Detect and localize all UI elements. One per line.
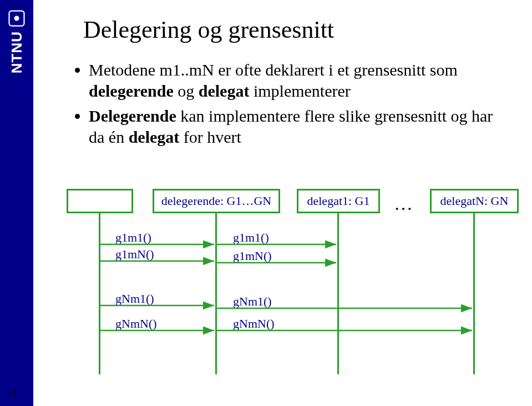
- bullet-text: Metodene m1..mN er ofte deklarert i et g…: [89, 61, 458, 79]
- msg-label: g1mN(): [115, 247, 154, 262]
- lifeline-delegat1: [337, 213, 339, 374]
- msg-label: g1m1(): [115, 230, 151, 245]
- bullet-text: implementerer: [249, 82, 350, 100]
- bullet-bold: delegat: [199, 82, 250, 100]
- lifeline-delegatn: [473, 213, 475, 374]
- bullet-item: Delegerende kan implementere flere slike…: [89, 106, 532, 147]
- sidebar: NTNU: [0, 0, 33, 406]
- bullet-bold: Delegerende: [89, 107, 176, 125]
- lifeline-caller: [99, 213, 100, 374]
- bullet-bold: delegat: [129, 128, 180, 146]
- page-title: Delegering og grensesnitt: [33, 0, 532, 59]
- bullet-text: for hvert: [179, 128, 241, 146]
- svg-point-1: [14, 16, 19, 21]
- bullet-text: og: [174, 82, 199, 100]
- page-number: 11: [7, 387, 17, 399]
- bullet-item: Metodene m1..mN er ofte deklarert i et g…: [89, 59, 532, 101]
- lifeline-delegerende: [215, 213, 217, 374]
- sequence-diagram: delegerende: G1…GN delegat1: G1 delegatN…: [33, 189, 532, 378]
- lifeline-box-delegatn: delegatN: GN: [430, 189, 519, 213]
- bullet-list: Metodene m1..mN er ofte deklarert i et g…: [33, 59, 532, 147]
- msg-label: gNm1(): [115, 292, 154, 306]
- ellipsis-icon: …: [394, 193, 413, 214]
- ntnu-logo-icon: [8, 10, 25, 27]
- msg-label: gNm1(): [233, 294, 272, 309]
- msg-label: g1mN(): [233, 249, 272, 263]
- arrows-icon: [33, 189, 532, 378]
- msg-label: gNmN(): [115, 317, 157, 331]
- msg-label: g1m1(): [233, 230, 269, 245]
- lifeline-box-delegat1: delegat1: G1: [297, 189, 380, 213]
- lifeline-box-delegerende: delegerende: G1…GN: [153, 189, 280, 213]
- lifeline-box-caller: [67, 189, 133, 213]
- msg-label: gNmN(): [233, 317, 275, 331]
- sidebar-org: NTNU: [8, 31, 26, 73]
- bullet-bold: delegerende: [89, 82, 174, 100]
